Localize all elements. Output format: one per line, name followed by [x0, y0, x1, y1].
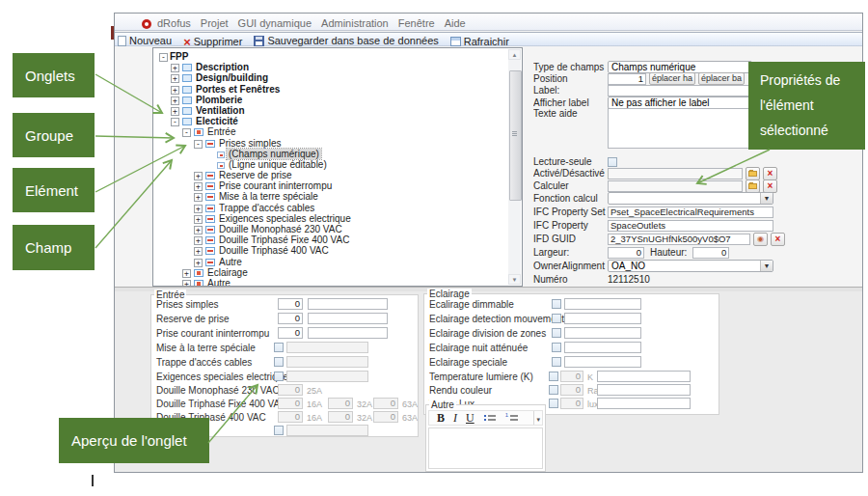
number-input[interactable]: 0 [278, 313, 303, 324]
tree-item-portes-et-fenetres[interactable]: +Portes et Fenêtres [153, 84, 508, 95]
checkbox-eclairage-detection-mouvement[interactable] [552, 314, 561, 323]
checkbox-lecture-seule[interactable] [608, 157, 617, 167]
menu-item-administration[interactable]: Administration [321, 15, 389, 32]
browse-folder-button[interactable] [746, 179, 760, 193]
prop-ifc-property-set-field[interactable]: Pset_SpaceElectricalRequirements [608, 207, 773, 218]
text-input[interactable] [308, 313, 388, 324]
bold-button[interactable]: B [437, 411, 445, 426]
underline-button[interactable]: U [466, 411, 475, 426]
largeur-field[interactable]: 0 [608, 247, 644, 259]
text-input[interactable] [564, 298, 641, 310]
text-input-disabled[interactable] [286, 371, 368, 382]
tree-item-entree[interactable]: -Entrée [153, 126, 508, 137]
tree-expander[interactable]: + [194, 247, 203, 256]
tree-expander[interactable]: + [182, 269, 191, 278]
number-input[interactable]: 0 [560, 371, 583, 382]
tree-item-exigences-speciales-electrique[interactable]: +Exigences speciales electrique [153, 213, 508, 224]
number-input[interactable]: 0 [278, 298, 303, 310]
tree-expander[interactable]: + [171, 96, 179, 105]
amp-number-input[interactable]: 0 [328, 411, 353, 423]
text-input[interactable] [308, 327, 388, 339]
browse-folder-button[interactable] [746, 167, 760, 180]
checkbox-eclairage-speciale[interactable] [552, 357, 561, 367]
tree-item-prise-courant-ininterrompu[interactable]: +Prise courant ininterrompu [153, 180, 508, 191]
checkbox-ecalirage-dimmable[interactable] [552, 299, 561, 309]
tree-item-eclairage[interactable]: +Eclairage [153, 267, 508, 278]
menu-item-gui-dynamique[interactable]: GUI dynamique [238, 15, 312, 32]
prop-active-desactive-par-field[interactable] [608, 168, 743, 179]
number-input[interactable]: 0 [560, 384, 583, 396]
tree-item-reserve-de-prise[interactable]: +Reserve de prise [153, 170, 508, 180]
italic-button[interactable]: I [453, 411, 457, 426]
tree-expander[interactable]: + [171, 74, 179, 83]
richtext-area[interactable] [428, 427, 543, 469]
checkbox-trappe-d-acces-cables[interactable] [274, 357, 284, 367]
prop-ifc-property-field[interactable]: SpaceOutlets [608, 220, 773, 232]
tree-expander[interactable]: - [194, 140, 203, 149]
checkbox-eclairage-division-de-zones[interactable] [552, 328, 561, 338]
clear-button[interactable] [771, 233, 785, 246]
toolbar-button-nouveau[interactable]: Nouveau [118, 35, 172, 47]
tree-expander[interactable]: + [171, 64, 179, 72]
prop-label-field[interactable] [608, 85, 752, 96]
amp-number-input[interactable]: 0 [278, 384, 303, 396]
checkbox-exigences-speciales-electrique[interactable] [274, 372, 284, 381]
tree-expander[interactable]: + [194, 193, 203, 202]
scroll-thumb[interactable] [509, 70, 522, 201]
amp-number-input[interactable]: 0 [328, 398, 353, 409]
text-input[interactable] [564, 327, 641, 339]
tree-expander[interactable]: + [171, 86, 179, 95]
chevron-down-icon[interactable] [760, 193, 773, 204]
tree-item-douille-monophase-230-vac[interactable]: +Douille Monophasé 230 VAC [153, 224, 508, 234]
help-text-area[interactable] [608, 108, 752, 149]
checkbox-eclairage-nuit-attenuee[interactable] [552, 343, 561, 352]
tree-item-design-building[interactable]: +Design/building [153, 72, 508, 83]
tree-expander[interactable]: + [194, 226, 203, 234]
prop-owneralignment-select[interactable]: OA_NO [608, 260, 773, 272]
generate-guid-button[interactable] [753, 233, 768, 246]
tree-item-autre[interactable]: +Autre [153, 278, 508, 286]
more-options-icon[interactable] [533, 411, 542, 425]
tree-item-ventilation[interactable]: +Ventilation [153, 105, 508, 116]
tree-expander[interactable]: + [194, 259, 203, 267]
tree-expander[interactable]: - [159, 53, 168, 62]
tree-item-douille-triphase-fixe-400-vac[interactable]: +Douille Triphasé Fixe 400 VAC [153, 234, 508, 245]
tree-item-douille-triphase-400-vac[interactable]: +Douille Triphasé 400 VAC [153, 245, 508, 256]
checkbox-mise-a-la-terre-speciale[interactable] [274, 343, 284, 352]
tree-expander[interactable]: + [194, 215, 203, 224]
text-input[interactable] [564, 356, 641, 368]
scroll-down-arrow-icon[interactable] [508, 274, 521, 285]
text-input[interactable] [564, 313, 641, 324]
tree-expander[interactable]: + [194, 172, 203, 180]
number-input[interactable]: 0 [560, 398, 583, 409]
tree-item-description[interactable]: +Description [153, 62, 508, 72]
number-input[interactable]: 0 [278, 327, 303, 339]
toolbar-button-sauvegarder-dans-base-de-donnees[interactable]: Sauvegarder dans base de données [254, 35, 438, 47]
tree-expander[interactable]: - [171, 118, 179, 126]
text-input[interactable] [597, 384, 691, 396]
menu-item-fenetre[interactable]: Fenêtre [398, 15, 435, 32]
menu-item-drofus[interactable]: dRofus [157, 15, 191, 32]
tree-item-ligne-unique-editable[interactable]: (Ligne unique éditable) [153, 159, 508, 170]
tree-item-trappe-d-acces-cables[interactable]: +Trappe d'accés cables [153, 203, 508, 213]
tree-expander[interactable]: + [182, 280, 191, 286]
tree-item-electicite[interactable]: -Electicité [153, 116, 508, 126]
prop-fonction-calcul-select[interactable] [608, 192, 773, 205]
toolbar-button-rafraichir[interactable]: Rafraichir [450, 36, 509, 48]
tree-expander[interactable]: + [194, 182, 203, 191]
menu-item-projet[interactable]: Projet [201, 15, 229, 32]
checkbox-temperature-lumiere-k[interactable] [549, 372, 558, 381]
text-input[interactable] [597, 371, 691, 382]
tree-item-plomberie[interactable]: +Plomberie [153, 95, 508, 105]
chevron-down-icon[interactable] [760, 261, 773, 271]
menu-item-aide[interactable]: Aide [445, 15, 466, 32]
tree-expander[interactable]: + [194, 205, 203, 213]
text-input-disabled[interactable] [286, 425, 368, 436]
clear-button[interactable] [763, 167, 777, 180]
amp-number-input[interactable]: 0 [278, 411, 303, 423]
tree-expander[interactable]: + [194, 236, 203, 245]
tree-item-champs-numerique[interactable]: (Champs numérique) [153, 149, 508, 159]
tree-expander[interactable]: + [171, 107, 179, 116]
tree-scrollbar[interactable] [508, 49, 521, 285]
tree-item-autre[interactable]: +Autre [153, 257, 508, 267]
